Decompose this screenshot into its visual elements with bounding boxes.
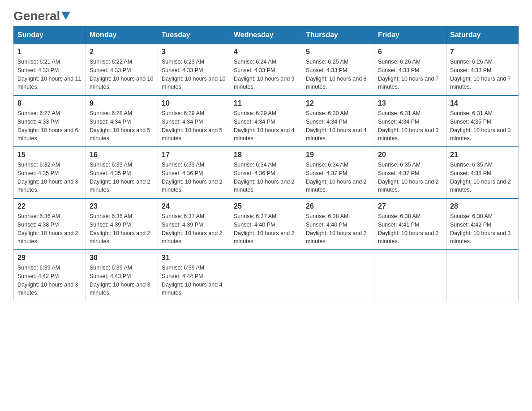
calendar-day-cell: 24 Sunrise: 6:37 AM Sunset: 4:39 PM Dayl… bbox=[158, 198, 230, 250]
sunset-label: Sunset: bbox=[306, 170, 326, 176]
day-number: 30 bbox=[90, 254, 154, 262]
sunrise-label: Sunrise: bbox=[378, 59, 400, 65]
day-info: Sunrise: 6:34 AM Sunset: 4:37 PM Dayligh… bbox=[306, 161, 370, 194]
sunset-value: 4:44 PM bbox=[182, 273, 203, 279]
day-number: 3 bbox=[162, 48, 226, 56]
day-number: 15 bbox=[17, 151, 82, 159]
day-number: 13 bbox=[378, 99, 442, 107]
daylight-label: Daylight: bbox=[90, 127, 113, 133]
sunrise-label: Sunrise: bbox=[234, 59, 256, 65]
sunset-value: 4:34 PM bbox=[326, 119, 348, 125]
day-info: Sunrise: 6:29 AM Sunset: 4:34 PM Dayligh… bbox=[234, 109, 298, 143]
sunrise-value: 6:30 AM bbox=[328, 110, 348, 116]
sunrise-label: Sunrise: bbox=[17, 110, 39, 116]
sunset-value: 4:33 PM bbox=[254, 67, 275, 73]
sunrise-label: Sunrise: bbox=[162, 59, 184, 65]
sunset-value: 4:40 PM bbox=[254, 222, 275, 228]
sunrise-value: 6:38 AM bbox=[328, 213, 348, 219]
daylight-label: Daylight: bbox=[450, 230, 473, 236]
sunset-label: Sunset: bbox=[90, 67, 110, 73]
day-number: 26 bbox=[306, 202, 370, 210]
day-info: Sunrise: 6:30 AM Sunset: 4:34 PM Dayligh… bbox=[306, 109, 370, 143]
sunset-value: 4:34 PM bbox=[399, 119, 420, 125]
day-info: Sunrise: 6:31 AM Sunset: 4:34 PM Dayligh… bbox=[378, 109, 442, 143]
day-info: Sunrise: 6:38 AM Sunset: 4:42 PM Dayligh… bbox=[450, 212, 515, 246]
sunset-label: Sunset: bbox=[234, 67, 254, 73]
day-number: 31 bbox=[162, 254, 226, 262]
day-info: Sunrise: 6:39 AM Sunset: 4:44 PM Dayligh… bbox=[162, 264, 226, 297]
calendar-day-cell: 1 Sunrise: 6:21 AM Sunset: 4:33 PM Dayli… bbox=[14, 44, 86, 95]
day-number: 2 bbox=[90, 48, 154, 56]
day-info: Sunrise: 6:21 AM Sunset: 4:33 PM Dayligh… bbox=[17, 58, 82, 91]
day-number: 16 bbox=[90, 151, 154, 159]
sunset-value: 4:33 PM bbox=[182, 67, 203, 73]
sunrise-label: Sunrise: bbox=[450, 110, 472, 116]
sunset-value: 4:38 PM bbox=[471, 170, 492, 176]
sunrise-label: Sunrise: bbox=[450, 59, 472, 65]
calendar-day-cell: 28 Sunrise: 6:38 AM Sunset: 4:42 PM Dayl… bbox=[446, 198, 519, 250]
calendar-day-cell: 15 Sunrise: 6:32 AM Sunset: 4:35 PM Dayl… bbox=[14, 147, 86, 198]
calendar-day-cell: 13 Sunrise: 6:31 AM Sunset: 4:34 PM Dayl… bbox=[374, 95, 446, 147]
calendar-day-cell: 23 Sunrise: 6:36 AM Sunset: 4:39 PM Dayl… bbox=[86, 198, 158, 250]
sunset-value: 4:34 PM bbox=[182, 119, 203, 125]
calendar-day-cell: 26 Sunrise: 6:38 AM Sunset: 4:40 PM Dayl… bbox=[302, 198, 374, 250]
day-number: 24 bbox=[162, 202, 226, 210]
calendar-day-cell: 11 Sunrise: 6:29 AM Sunset: 4:34 PM Dayl… bbox=[230, 95, 302, 147]
day-info: Sunrise: 6:38 AM Sunset: 4:40 PM Dayligh… bbox=[306, 212, 370, 246]
sunrise-value: 6:28 AM bbox=[112, 110, 132, 116]
day-number: 22 bbox=[17, 202, 82, 210]
day-info: Sunrise: 6:25 AM Sunset: 4:33 PM Dayligh… bbox=[306, 58, 370, 91]
logo: General bbox=[13, 9, 70, 21]
calendar-day-cell: 6 Sunrise: 6:26 AM Sunset: 4:33 PM Dayli… bbox=[374, 44, 446, 95]
daylight-label: Daylight: bbox=[90, 179, 113, 185]
sunrise-value: 6:24 AM bbox=[256, 59, 276, 65]
calendar-week-row: 29 Sunrise: 6:39 AM Sunset: 4:42 PM Dayl… bbox=[14, 250, 519, 301]
daylight-label: Daylight: bbox=[17, 282, 41, 288]
sunrise-label: Sunrise: bbox=[162, 213, 184, 219]
day-number: 5 bbox=[306, 48, 370, 56]
sunset-value: 4:33 PM bbox=[399, 67, 420, 73]
calendar-day-cell bbox=[446, 250, 519, 301]
daylight-label: Daylight: bbox=[162, 76, 185, 82]
daylight-label: Daylight: bbox=[450, 127, 473, 133]
sunset-value: 4:38 PM bbox=[38, 222, 59, 228]
sunset-value: 4:35 PM bbox=[110, 170, 131, 176]
calendar-day-cell: 30 Sunrise: 6:39 AM Sunset: 4:43 PM Dayl… bbox=[86, 250, 158, 301]
day-number: 17 bbox=[162, 151, 226, 159]
sunrise-value: 6:33 AM bbox=[112, 162, 132, 168]
sunrise-value: 6:26 AM bbox=[400, 59, 420, 65]
day-info: Sunrise: 6:28 AM Sunset: 4:34 PM Dayligh… bbox=[90, 109, 154, 143]
sunrise-value: 6:35 AM bbox=[472, 162, 493, 168]
sunset-label: Sunset: bbox=[450, 222, 471, 228]
page-header: General bbox=[13, 9, 519, 21]
sunrise-label: Sunrise: bbox=[234, 213, 256, 219]
calendar-day-cell: 10 Sunrise: 6:29 AM Sunset: 4:34 PM Dayl… bbox=[158, 95, 230, 147]
daylight-label: Daylight: bbox=[306, 230, 329, 236]
day-number: 8 bbox=[17, 99, 82, 107]
daylight-label: Daylight: bbox=[234, 230, 257, 236]
sunrise-value: 6:39 AM bbox=[39, 265, 60, 271]
calendar-table: SundayMondayTuesdayWednesdayThursdayFrid… bbox=[13, 26, 519, 301]
sunrise-value: 6:36 AM bbox=[112, 213, 132, 219]
sunset-label: Sunset: bbox=[17, 222, 38, 228]
sunset-value: 4:42 PM bbox=[38, 273, 59, 279]
sunrise-value: 6:34 AM bbox=[256, 162, 276, 168]
sunset-label: Sunset: bbox=[162, 222, 182, 228]
sunrise-value: 6:38 AM bbox=[400, 213, 420, 219]
sunset-label: Sunset: bbox=[234, 170, 254, 176]
day-info: Sunrise: 6:37 AM Sunset: 4:39 PM Dayligh… bbox=[162, 212, 226, 246]
daylight-label: Daylight: bbox=[306, 179, 329, 185]
day-info: Sunrise: 6:35 AM Sunset: 4:38 PM Dayligh… bbox=[450, 161, 515, 194]
weekday-header-wednesday: Wednesday bbox=[230, 26, 302, 44]
sunset-label: Sunset: bbox=[162, 170, 182, 176]
sunset-value: 4:33 PM bbox=[110, 67, 131, 73]
calendar-day-cell: 29 Sunrise: 6:39 AM Sunset: 4:42 PM Dayl… bbox=[14, 250, 86, 301]
sunrise-label: Sunrise: bbox=[234, 110, 256, 116]
sunrise-label: Sunrise: bbox=[90, 59, 112, 65]
sunset-label: Sunset: bbox=[306, 67, 326, 73]
sunset-value: 4:34 PM bbox=[254, 119, 275, 125]
day-info: Sunrise: 6:34 AM Sunset: 4:36 PM Dayligh… bbox=[234, 161, 298, 194]
sunset-label: Sunset: bbox=[450, 170, 471, 176]
daylight-label: Daylight: bbox=[378, 179, 401, 185]
daylight-label: Daylight: bbox=[450, 76, 473, 82]
